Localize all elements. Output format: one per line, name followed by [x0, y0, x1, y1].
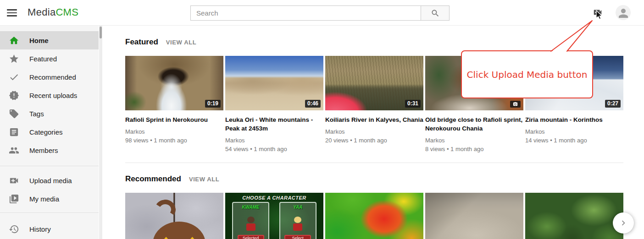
- sidebar-item-recommended[interactable]: Recommended: [0, 68, 99, 86]
- thumbnail-text: KWAME: [233, 205, 268, 210]
- upload-media-icon: [592, 7, 604, 17]
- thumbnail-art: YAA: [279, 202, 316, 239]
- members-icon: [9, 145, 19, 156]
- video-card[interactable]: [325, 193, 423, 239]
- sidebar: Home Featured Recommended Recent uploads…: [0, 26, 99, 239]
- chevron-right-icon: [618, 218, 628, 228]
- video-thumbnail[interactable]: 0:31: [325, 56, 423, 110]
- sidebar-item-label: My media: [29, 195, 59, 203]
- section-title: Recommended: [125, 174, 181, 184]
- sidebar-scrollbar-track[interactable]: [99, 26, 102, 239]
- new-releases-icon: [9, 90, 19, 101]
- sidebar-item-my-media[interactable]: My media: [0, 190, 99, 208]
- video-thumbnail[interactable]: 0:46: [225, 56, 323, 110]
- annotation-text: Click Upload Media button: [467, 69, 588, 80]
- sidebar-item-label: Featured: [29, 55, 57, 63]
- video-author[interactable]: Markos: [425, 136, 523, 145]
- categories-icon: [9, 127, 19, 137]
- video-meta: 54 views • 1 month ago: [225, 145, 323, 153]
- sidebar-item-label: Recent uploads: [29, 92, 77, 99]
- duration-badge: 0:46: [305, 100, 321, 108]
- sidebar-item-upload-media[interactable]: Upload media: [0, 171, 99, 190]
- upload-media-button[interactable]: [592, 7, 605, 18]
- camera-icon: [512, 102, 518, 107]
- thumbnail-art: [245, 217, 256, 232]
- logo-cms: CMS: [56, 6, 78, 18]
- sidebar-item-label: Tags: [29, 110, 44, 118]
- video-title[interactable]: Leuka Ori - White mountains - Peak at 24…: [225, 115, 323, 133]
- video-author[interactable]: Markos: [225, 136, 323, 145]
- thumbnail-art: [153, 222, 206, 239]
- duration-badge: 0:27: [605, 100, 621, 108]
- sidebar-item-label: Categories: [29, 128, 63, 136]
- video-card[interactable]: 0:31 Koiliaris River in Kalyves, Chania …: [325, 56, 423, 153]
- video-thumbnail[interactable]: [525, 193, 623, 239]
- sidebar-scrollbar-thumb[interactable]: [100, 27, 102, 38]
- recommended-view-all-link[interactable]: VIEW ALL: [189, 176, 219, 183]
- menu-icon[interactable]: [7, 8, 18, 18]
- video-title[interactable]: Old bridge close to Rafioli sprint, Nero…: [425, 115, 523, 133]
- top-app-bar: MediaCMS: [0, 0, 644, 26]
- sidebar-item-label: Upload media: [29, 177, 72, 185]
- sidebar-item-label: Members: [29, 147, 58, 154]
- person-icon: [616, 6, 630, 20]
- sidebar-item-tags[interactable]: Tags: [0, 104, 99, 123]
- tag-icon: [9, 109, 19, 119]
- thumbnail-art: [153, 198, 178, 222]
- thumbnail-art: KWAME: [232, 202, 269, 239]
- thumbnail-art: [292, 217, 303, 232]
- video-card[interactable]: [125, 193, 223, 239]
- home-icon: [9, 35, 19, 46]
- featured-section-header: Featured VIEW ALL: [125, 38, 623, 47]
- video-card[interactable]: [525, 193, 623, 239]
- video-meta: 14 views • 1 month ago: [525, 136, 623, 145]
- sidebar-item-label: Recommended: [29, 73, 76, 81]
- thumbnail-text: Selected: [238, 235, 264, 239]
- sidebar-item-categories[interactable]: Categories: [0, 123, 99, 141]
- logo-media: Media: [28, 6, 56, 18]
- video-thumbnail[interactable]: [325, 193, 423, 239]
- sidebar-item-featured[interactable]: Featured: [0, 49, 99, 68]
- video-card[interactable]: 0:46 Leuka Ori - White mountains - Peak …: [225, 56, 323, 153]
- recommended-cards-row: CHOOSE A CHARACTER KWAME YAA Selected Se…: [125, 193, 623, 239]
- sidebar-item-members[interactable]: Members: [0, 141, 99, 159]
- video-title[interactable]: Ziria mountain - Korinthos: [525, 115, 623, 124]
- app-logo[interactable]: MediaCMS: [28, 6, 78, 18]
- photo-badge: [510, 101, 521, 108]
- search-icon: [431, 9, 440, 18]
- my-media-icon: [9, 194, 19, 204]
- sidebar-item-history[interactable]: History: [0, 220, 99, 238]
- video-card[interactable]: [425, 193, 523, 239]
- search-input[interactable]: [191, 6, 421, 20]
- duration-badge: 0:31: [405, 100, 421, 108]
- video-card[interactable]: CHOOSE A CHARACTER KWAME YAA Selected Se…: [225, 193, 323, 239]
- sidebar-item-home[interactable]: Home: [0, 31, 99, 49]
- star-icon: [9, 54, 19, 64]
- video-thumbnail[interactable]: CHOOSE A CHARACTER KWAME YAA Selected Se…: [225, 193, 323, 239]
- search-button[interactable]: [421, 6, 449, 20]
- video-thumbnail[interactable]: 0:19: [125, 56, 223, 110]
- annotation-callout: Click Upload Media button: [461, 50, 593, 98]
- carousel-next-button[interactable]: [613, 212, 634, 234]
- sidebar-divider: [0, 166, 99, 166]
- video-author[interactable]: Markos: [125, 128, 223, 136]
- sidebar-item-recent-uploads[interactable]: Recent uploads: [0, 86, 99, 104]
- video-title[interactable]: Koiliaris River in Kalyves, Chania: [325, 115, 423, 124]
- section-title: Featured: [125, 38, 158, 47]
- thumbnail-art: [160, 237, 172, 239]
- video-meta: 20 views • 1 month ago: [325, 136, 423, 145]
- video-card[interactable]: 0:19 Rafioli Sprint in Nerokourou Markos…: [125, 56, 223, 153]
- check-icon: [9, 72, 19, 82]
- thumbnail-text: Select: [284, 235, 311, 239]
- featured-view-all-link[interactable]: VIEW ALL: [166, 39, 196, 46]
- sidebar-item-label: History: [29, 225, 51, 233]
- search-bar: [190, 5, 450, 21]
- video-thumbnail[interactable]: [125, 193, 223, 239]
- recommended-section-header: Recommended VIEW ALL: [125, 174, 623, 184]
- video-title[interactable]: Rafioli Sprint in Nerokourou: [125, 115, 223, 124]
- video-author[interactable]: Markos: [325, 128, 423, 136]
- user-avatar[interactable]: [616, 5, 631, 20]
- video-thumbnail[interactable]: [425, 193, 523, 239]
- section-divider: [125, 163, 623, 163]
- video-author[interactable]: Markos: [525, 128, 623, 136]
